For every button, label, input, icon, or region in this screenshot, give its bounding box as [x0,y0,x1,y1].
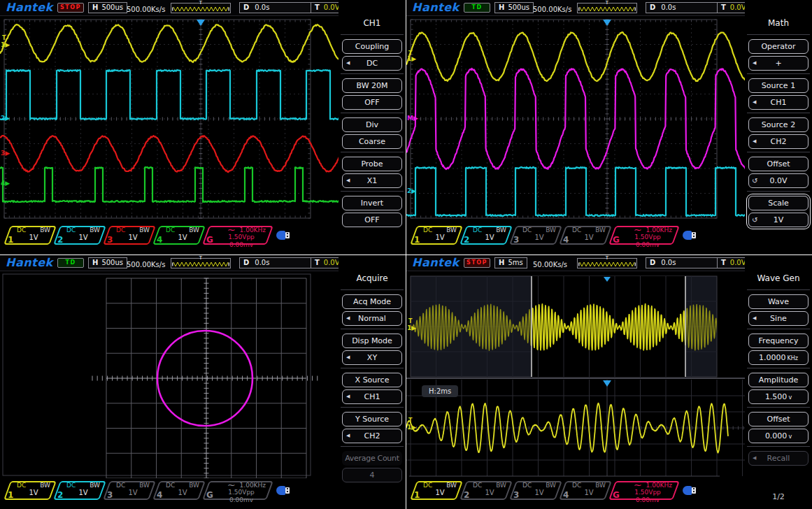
channel-number: 3 [107,490,113,500]
source1-value-button[interactable]: ◀CH1 [748,95,809,110]
operator-label[interactable]: Operator [748,39,809,54]
wave-value-button[interactable]: ◀Sine [748,311,809,326]
channel-badge-1[interactable]: 1DCBW1V [7,481,53,500]
average-count-label: Average Count [342,451,402,466]
channel-badge-2[interactable]: 2DCBW1V [463,226,509,245]
menu-group-wave: Wave ◀Sine [748,294,809,326]
hantek-logo: Hantek [412,256,460,269]
generator-badge[interactable]: G~1.00KHz1.50Vpp 0.00mv [612,481,676,500]
delay-box[interactable]: D0.0s [646,257,718,268]
channel-badge-4[interactable]: 4DCBW1V [156,481,202,500]
x-source-label[interactable]: X Source [342,373,402,387]
t-label: T [315,3,320,11]
channel-badge-1[interactable]: 1DCBW1V [7,226,53,245]
scale-tag: 1V [116,234,150,242]
channel-badge-4[interactable]: 4DCBW1V [562,226,608,245]
channel-badge-3[interactable]: 3DCBW1V [513,226,559,245]
bw-limit-label[interactable]: BW 20M [342,78,402,93]
channel-badge-4[interactable]: 4DCBW1V [562,481,608,500]
delay-box[interactable]: D0.0s [239,257,312,268]
frequency-value-button[interactable]: 1.0000KHz [748,350,809,365]
bandwidth-tag: BW [546,482,556,489]
generator-frequency: 1.00KHz [646,482,672,489]
probe-label[interactable]: Probe [342,157,402,171]
acq-mode-label[interactable]: Acq Mode [342,294,402,309]
probe-value-button[interactable]: ◀X1 [342,173,402,188]
channel-badge-2[interactable]: 2DCBW1V [463,481,509,500]
offset-value-button[interactable]: 0.000v [748,429,809,443]
timebase-box[interactable]: H500us [88,257,127,268]
y-source-value: CH2 [364,431,380,440]
generator-badge[interactable]: G~1.00KHz1.50Vpp 0.00mv [206,226,270,245]
waveform-preview-strip[interactable]: T [577,3,637,13]
scale-tag: 1V [17,234,50,242]
coupling-label[interactable]: Coupling [342,39,402,54]
menu-group-div: Div Coarse [342,117,402,149]
channel-badge-1[interactable]: 1DCBW1V [413,481,460,500]
channel-badge-3[interactable]: 3DCBW1V [513,481,559,500]
x-source-value-button[interactable]: ◀CH1 [342,389,402,404]
trigger-level-value: 0.0V [730,259,746,266]
probe-value: X1 [367,176,378,185]
coupling-value-button[interactable]: ◀DC [342,56,402,71]
waveform-preview-strip[interactable]: T [577,258,637,268]
sample-rate: 500.00Ks/s [127,261,165,268]
operator-value-button[interactable]: ◀+ [748,56,809,71]
timebase-box[interactable]: H500us [88,2,127,13]
generator-badge[interactable]: G~1.00KHz1.50Vpp 0.00mv [612,226,676,245]
invert-label[interactable]: Invert [342,196,402,210]
left-arrow-icon: ◀ [346,351,350,364]
waveform-preview-strip[interactable]: T [171,258,231,268]
average-count-value-button: 4 [342,468,402,482]
menu-group-operator: Operator ◀+ [748,39,809,71]
sine-symbol-icon: ~ [227,482,236,489]
div-label[interactable]: Div [342,117,402,132]
coupling-tag: DC [423,482,432,489]
amplitude-value-button[interactable]: 1.500v [748,389,809,404]
amplitude-label[interactable]: Amplitude [748,373,809,387]
menu-group-source2: Source 2 ◀CH2 [748,117,809,149]
menu-page-indicator: 1/1 [339,254,406,254]
scale-tag: 1V [572,234,606,242]
frequency-label[interactable]: Frequency [748,334,809,348]
channel-badge-2[interactable]: 2DCBW1V [57,481,103,500]
channel-badge-4[interactable]: 4DCBW1V [156,226,202,245]
scale-tag: 1V [66,234,100,242]
delay-box[interactable]: D0.0s [646,2,718,13]
channel-badge-1[interactable]: 1DCBW1V [413,226,460,245]
trigger-position-marker: T [199,256,202,261]
offset-value-button[interactable]: ↺0.0V [748,173,809,188]
sample-rate: 500.00Ks/s [127,6,165,13]
channel-badge-3[interactable]: 3DCBW1V [106,226,152,245]
y-source-value-button[interactable]: ◀CH2 [342,429,402,443]
timebase-box[interactable]: H500us [494,2,534,13]
bw-limit-value-button[interactable]: OFF [342,95,402,110]
acq-mode-value-button[interactable]: ◀Normal [342,311,402,326]
offset-unit: v [788,433,792,440]
scale-value: 1V [774,215,784,224]
source1-label[interactable]: Source 1 [748,78,809,93]
y-source-label[interactable]: Y Source [342,412,402,426]
disp-mode-label[interactable]: Disp Mode [342,334,402,348]
scale-value-button[interactable]: ↺1V [748,213,809,227]
delay-box[interactable]: D0.0s [239,2,312,13]
offset-label[interactable]: Offset [748,157,809,171]
channel-badge-3[interactable]: 3DCBW1V [106,481,152,500]
waveform-preview-strip[interactable]: T [171,3,231,13]
disp-mode-value-button[interactable]: ◀XY [342,350,402,365]
invert-value-button[interactable]: OFF [342,213,402,227]
delay-value: 0.0s [255,3,269,11]
wave-label[interactable]: Wave [748,294,809,309]
run-state-badge: STOP [464,258,490,268]
scale-label[interactable]: Scale [748,196,809,210]
scale-tag: 1V [166,234,199,242]
generator-badge[interactable]: G~1.00KHz1.50Vpp 0.00mv [206,481,270,500]
frequency-value: 1.0000 [759,353,786,362]
source2-label[interactable]: Source 2 [748,117,809,132]
source2-value-button[interactable]: ◀CH2 [748,134,809,149]
timebase-box[interactable]: H5ms [494,257,527,268]
channel-badge-2[interactable]: 2DCBW1V [57,226,103,245]
side-menu-acquire: Acquire Acq Mode ◀Normal Disp Mode ◀XY X… [339,255,406,509]
div-value-button[interactable]: Coarse [342,134,402,149]
offset-label[interactable]: Offset [748,412,809,426]
